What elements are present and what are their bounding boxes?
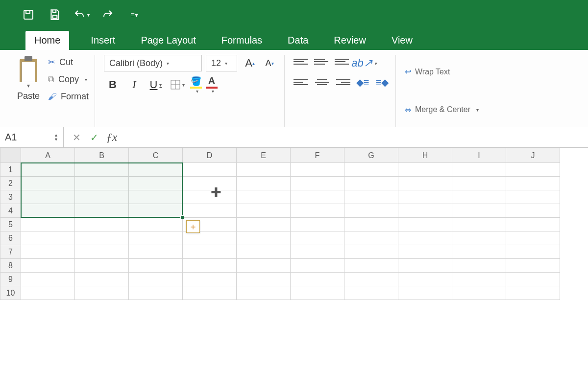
cell[interactable]: [237, 204, 291, 218]
cell[interactable]: [183, 259, 237, 273]
cell[interactable]: [398, 231, 452, 245]
cell[interactable]: [452, 273, 506, 286]
cell[interactable]: [21, 177, 75, 190]
cell[interactable]: [183, 204, 237, 218]
cell[interactable]: [129, 163, 183, 177]
cell[interactable]: [344, 190, 398, 204]
redo-button[interactable]: [99, 6, 117, 23]
cell[interactable]: [452, 177, 506, 190]
italic-button[interactable]: I: [125, 76, 143, 93]
cell[interactable]: [344, 259, 398, 273]
column-header[interactable]: A: [21, 148, 75, 163]
cell[interactable]: [183, 286, 237, 300]
row-header[interactable]: 3: [0, 190, 21, 204]
cell[interactable]: [506, 259, 560, 273]
column-header[interactable]: C: [129, 148, 183, 163]
column-header[interactable]: H: [398, 148, 452, 163]
cell[interactable]: [291, 259, 344, 273]
cell[interactable]: [506, 177, 560, 190]
row-header[interactable]: 2: [0, 177, 21, 190]
cell[interactable]: [506, 190, 560, 204]
cell[interactable]: [291, 286, 344, 300]
cell[interactable]: [129, 286, 183, 300]
row-header[interactable]: 4: [0, 204, 21, 218]
increase-font-button[interactable]: A▴: [241, 55, 259, 71]
cell[interactable]: [452, 231, 506, 245]
font-family-select[interactable]: Calibri (Body)▾: [104, 55, 202, 71]
cell[interactable]: [452, 286, 506, 300]
cell[interactable]: [291, 163, 344, 177]
cell[interactable]: [21, 286, 75, 300]
cell[interactable]: [398, 286, 452, 300]
cell[interactable]: [291, 245, 344, 259]
orientation-button[interactable]: ab↗: [355, 55, 373, 71]
cell[interactable]: [506, 273, 560, 286]
cell[interactable]: [75, 259, 129, 273]
cell[interactable]: [183, 245, 237, 259]
cell[interactable]: [344, 204, 398, 218]
cell[interactable]: [506, 163, 560, 177]
cell[interactable]: [506, 231, 560, 245]
cell[interactable]: [291, 273, 344, 286]
namebox-spinner-icon[interactable]: ▲▼: [54, 133, 58, 142]
cell[interactable]: [75, 204, 129, 218]
paste-button[interactable]: ▾ Paste: [14, 55, 43, 127]
column-header[interactable]: F: [291, 148, 344, 163]
align-bottom-button[interactable]: [335, 55, 350, 69]
decrease-font-button[interactable]: A▾: [261, 55, 278, 71]
cell[interactable]: [21, 245, 75, 259]
wrap-text-button[interactable]: ↩ Wrap Text: [405, 67, 479, 76]
row-header[interactable]: 7: [0, 245, 21, 259]
decrease-indent-button[interactable]: ◆≡: [355, 75, 370, 89]
cell[interactable]: [291, 231, 344, 245]
tab-review[interactable]: Review: [330, 31, 370, 50]
save-icon[interactable]: [46, 6, 64, 23]
cell[interactable]: [75, 273, 129, 286]
cell[interactable]: [398, 204, 452, 218]
cell[interactable]: [237, 218, 291, 231]
cell[interactable]: [237, 259, 291, 273]
cell[interactable]: [344, 218, 398, 231]
cell[interactable]: [183, 231, 237, 245]
cell[interactable]: [75, 231, 129, 245]
align-middle-button[interactable]: [314, 55, 330, 69]
cell[interactable]: [129, 245, 183, 259]
increase-indent-button[interactable]: ≡◆: [375, 75, 390, 89]
cell[interactable]: [291, 177, 344, 190]
formula-input[interactable]: [124, 127, 588, 147]
column-header[interactable]: B: [75, 148, 129, 163]
cell[interactable]: [291, 190, 344, 204]
column-header[interactable]: E: [237, 148, 291, 163]
tab-home[interactable]: Home: [25, 31, 69, 50]
cell[interactable]: [237, 163, 291, 177]
cell[interactable]: [237, 177, 291, 190]
cell[interactable]: [452, 218, 506, 231]
align-left-button[interactable]: [294, 75, 309, 89]
cell[interactable]: [21, 259, 75, 273]
cell[interactable]: [506, 286, 560, 300]
cell[interactable]: [452, 163, 506, 177]
worksheet-grid[interactable]: A B C D E F G H I J 12345678910 ✚ ＋: [0, 148, 588, 392]
cell[interactable]: [129, 204, 183, 218]
customize-qat-icon[interactable]: ≡▾: [125, 6, 143, 23]
cell[interactable]: [291, 204, 344, 218]
cell[interactable]: [183, 163, 237, 177]
cell[interactable]: [452, 259, 506, 273]
autosave-icon[interactable]: [20, 6, 37, 23]
cell[interactable]: [398, 259, 452, 273]
cell[interactable]: [129, 231, 183, 245]
cell[interactable]: [344, 177, 398, 190]
row-header[interactable]: 9: [0, 273, 21, 286]
cell[interactable]: [183, 273, 237, 286]
cell[interactable]: [21, 218, 75, 231]
cell[interactable]: [398, 245, 452, 259]
cell[interactable]: [183, 190, 237, 204]
row-header[interactable]: 1: [0, 163, 21, 177]
cell[interactable]: [75, 286, 129, 300]
cell[interactable]: [398, 273, 452, 286]
cell[interactable]: [344, 163, 398, 177]
cell[interactable]: [75, 218, 129, 231]
cell[interactable]: [129, 190, 183, 204]
cell[interactable]: [21, 204, 75, 218]
cell[interactable]: [75, 190, 129, 204]
